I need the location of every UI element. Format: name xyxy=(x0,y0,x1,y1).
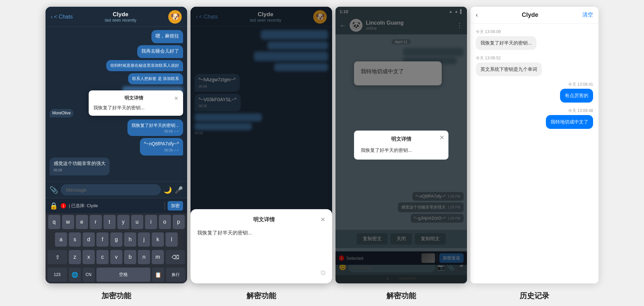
messages-area-1: 嗯，麻烦拉 我再去睡会儿好了 你到时候直接在秘送里添加联系人就好 联系人把标签 … xyxy=(46,27,187,181)
msg-2[interactable]: 我再去睡会儿好了 xyxy=(137,45,183,58)
key-g[interactable]: g xyxy=(110,232,122,247)
android-modal-content: 我恢复了好半天的密钥... xyxy=(361,146,442,154)
msg-4[interactable]: 联系人把标签 是 添加联系 xyxy=(128,73,183,84)
h-time-1: 今天 13:06:09 xyxy=(476,29,501,35)
panel-decrypt-ios: ‹ < Chats Clyde last seen recently 🐶 xyxy=(191,7,332,301)
key-n[interactable]: n xyxy=(138,250,150,264)
kb-row-2: a s d f g h j k l xyxy=(46,231,187,248)
keyboard-1: q w e r t y u i o p a s d f g h j k l xyxy=(46,213,187,283)
panel-label-2: 解密功能 xyxy=(246,291,276,301)
modal-overlay-2: 明文详情 ✕ 我恢复了好半天的密钥... ⧉ xyxy=(191,7,332,283)
contact-status-1: last seen recently xyxy=(105,18,136,23)
phone-frame-1: ‹ < Chats Clyde last seen recently 🐶 嗯，麻… xyxy=(46,7,187,283)
history-title: Clyde xyxy=(522,11,538,19)
h-bubble-1[interactable]: 我恢复了好半天的密钥... xyxy=(476,36,536,50)
modal-title-2: 明文详情 xyxy=(207,216,320,223)
key-y[interactable]: y xyxy=(117,215,129,229)
key-z[interactable]: z xyxy=(69,250,81,264)
key-f[interactable]: f xyxy=(96,232,109,247)
encrypted-msg[interactable]: 我恢复了好半天的密钥... 06:08 ✓✓ xyxy=(127,119,183,136)
key-x[interactable]: x xyxy=(83,250,95,264)
key-q[interactable]: q xyxy=(48,215,60,229)
msg-feature[interactable]: 感觉这个功能非常的强大06:09 xyxy=(50,158,110,175)
key-d[interactable]: d xyxy=(83,232,95,247)
h-time-3: 今天 13:08:41 xyxy=(568,82,593,87)
key-v[interactable]: v xyxy=(110,250,122,264)
key-e[interactable]: e xyxy=(76,215,88,229)
history-header: ‹ Clyde 清空 xyxy=(470,7,598,24)
key-s[interactable]: s xyxy=(69,232,81,247)
kb-row-4: 123 🌐 CN 空格 📋 换行 xyxy=(46,266,187,283)
android-modal: ✕ 明文详情 我恢复了好半天的密钥... xyxy=(354,131,448,159)
history-messages: 今天 13:06:09 我恢复了好半天的密钥... 今天 13:06:52 英文… xyxy=(470,24,598,283)
history-clear-button[interactable]: 清空 xyxy=(582,11,593,19)
h-time-2: 今天 13:06:52 xyxy=(476,55,501,61)
panel-label-4: 历史记录 xyxy=(520,291,549,301)
contact-name-1: Clyde xyxy=(105,11,136,18)
phone-frame-2: ‹ < Chats Clyde last seen recently 🐶 xyxy=(191,7,332,283)
chats-label-1: < Chats xyxy=(54,14,73,20)
modal-close-1[interactable]: ✕ xyxy=(174,95,178,102)
key-b[interactable]: b xyxy=(124,250,136,264)
key-i[interactable]: i xyxy=(145,215,157,229)
android-modal-title: 明文详情 xyxy=(361,136,442,142)
key-l[interactable]: l xyxy=(166,232,178,247)
back-button-1[interactable]: ‹ < Chats xyxy=(51,14,73,20)
modal-close-2[interactable]: ✕ xyxy=(320,216,325,223)
avatar-1: 🐶 xyxy=(168,10,182,24)
message-input-1[interactable]: Message xyxy=(61,184,161,195)
key-a[interactable]: a xyxy=(55,232,67,247)
encrypt-button-1[interactable]: 加密 xyxy=(168,201,183,211)
key-m[interactable]: m xyxy=(152,250,164,264)
key-h[interactable]: h xyxy=(124,232,136,247)
panel-label-1: 加密功能 xyxy=(101,291,131,301)
encrypt-toggle-icon[interactable]: 🔒 xyxy=(50,202,58,210)
h-bubble-4[interactable]: 我特地切成中文了 xyxy=(546,115,593,129)
msg-moreoil[interactable]: MoreOlive xyxy=(50,109,74,117)
h-bubble-2[interactable]: 英文系统下密钥是九个单词 xyxy=(476,62,542,76)
key-space[interactable]: 空格 xyxy=(96,268,150,282)
key-return[interactable]: 换行 xyxy=(166,268,185,282)
key-p[interactable]: p xyxy=(173,215,185,229)
key-w[interactable]: w xyxy=(62,215,74,229)
badge-1: 1 xyxy=(61,203,66,208)
h-msg-3: 今天 13:08:41 有点厉害的 xyxy=(476,82,593,103)
history-back-button[interactable]: ‹ xyxy=(476,11,478,19)
key-cn[interactable]: CN xyxy=(83,268,95,282)
key-o[interactable]: o xyxy=(159,215,171,229)
attach-icon[interactable]: 📎 xyxy=(50,186,58,194)
chat-header-1: ‹ < Chats Clyde last seen recently 🐶 xyxy=(46,7,187,27)
h-msg-1: 今天 13:06:09 我恢复了好半天的密钥... xyxy=(476,29,593,50)
panel-label-3: 解密功能 xyxy=(386,291,416,301)
key-k[interactable]: k xyxy=(152,232,164,247)
key-globe[interactable]: 🌐 xyxy=(69,268,81,282)
key-shift[interactable]: ⇧ xyxy=(48,250,67,264)
modal-region: 我恢复了好半天的密钥... 06:08 ✓✓ 明文详情 ✕ 我恢复了好半天的密钥… xyxy=(69,119,183,136)
mic-icon[interactable]: 🎤 xyxy=(175,186,183,194)
android-frame: 1:10 ▲ ▲ ▌ ← 🐼 Lincoln Guang online ⋮ Ap… xyxy=(335,7,467,283)
key-u[interactable]: u xyxy=(131,215,143,229)
key-r[interactable]: r xyxy=(90,215,102,229)
copy-icon[interactable]: ⧉ xyxy=(321,269,325,277)
key-j[interactable]: j xyxy=(138,232,150,247)
h-bubble-3[interactable]: 有点厉害的 xyxy=(560,89,593,103)
kb-row-1: q w e r t y u i o p xyxy=(46,213,187,231)
contact-info-1: Clyde last seen recently xyxy=(105,11,136,23)
plaintext-modal: 明文详情 ✕ 我恢复了好半天的密钥... xyxy=(89,90,183,116)
msg-3[interactable]: 你到时候直接在秘送里添加联系人就好 xyxy=(106,60,183,71)
key-backspace[interactable]: ⌫ xyxy=(166,250,185,264)
key-t[interactable]: t xyxy=(104,215,116,229)
panel-decrypt-android: 1:10 ▲ ▲ ▌ ← 🐼 Lincoln Guang online ⋮ Ap… xyxy=(335,7,467,301)
msg-nq6[interactable]: ^~nQ6fPA7ofy~^06:08 ✓✓ xyxy=(140,138,183,156)
key-clipboard[interactable]: 📋 xyxy=(152,268,164,282)
panel-history: ‹ Clyde 清空 今天 13:06:09 我恢复了好半天的密钥... 今天 … xyxy=(470,7,598,301)
history-frame: ‹ Clyde 清空 今天 13:06:09 我恢复了好半天的密钥... 今天 … xyxy=(470,7,598,283)
android-modal-close[interactable]: ✕ xyxy=(439,134,444,141)
modal-header-2: 明文详情 ✕ xyxy=(197,216,325,223)
key-c[interactable]: c xyxy=(96,250,109,264)
key-123[interactable]: 123 xyxy=(48,268,67,282)
emoji-icon[interactable]: 🌙 xyxy=(164,186,172,194)
modal-content-1: 我恢复了好半天的密钥... xyxy=(93,105,178,111)
msg-1[interactable]: 嗯，麻烦拉 xyxy=(151,30,183,43)
input-bar-1: 📎 Message 🌙 🎤 xyxy=(46,181,187,198)
